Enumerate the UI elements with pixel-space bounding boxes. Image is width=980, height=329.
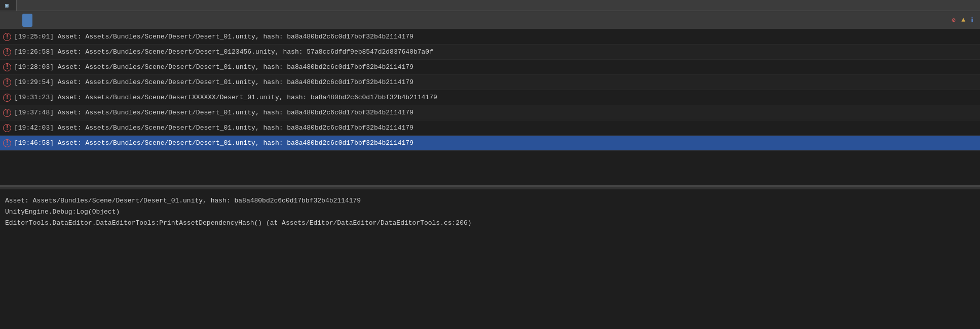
error-log-icon: ! [3, 33, 11, 41]
error-log-icon: ! [3, 63, 11, 71]
log-message: [19:28:03] Asset: Assets/Bundles/Scene/D… [14, 63, 413, 71]
detail-line: EditorTools.DataEditor.DataEditorTools:P… [5, 218, 975, 229]
restore-button[interactable] [966, 5, 971, 7]
console-icon: ▣ [5, 2, 9, 9]
close-button[interactable] [973, 5, 978, 7]
table-row[interactable]: ![19:31:23] Asset: Assets/Bundles/Scene/… [0, 90, 980, 105]
table-row[interactable]: ![19:29:54] Asset: Assets/Bundles/Scene/… [0, 75, 980, 90]
window-controls [959, 5, 980, 7]
warning-icon: ▲ [961, 16, 965, 24]
table-row[interactable]: ![19:28:03] Asset: Assets/Bundles/Scene/… [0, 60, 980, 75]
detail-line: UnityEngine.Debug:Log(Object) [5, 207, 975, 218]
log-message: [19:25:01] Asset: Assets/Bundles/Scene/D… [14, 33, 413, 40]
warning-badge[interactable]: ▲ [961, 16, 967, 24]
log-message: [19:46:58] Asset: Assets/Bundles/Scene/D… [14, 139, 413, 147]
error-log-icon: ! [3, 94, 11, 102]
error-icon: ⊘ [952, 16, 956, 24]
clear-button[interactable] [2, 14, 12, 27]
log-message: [19:31:23] Asset: Assets/Bundles/Scene/D… [14, 94, 437, 101]
log-message: [19:42:03] Asset: Assets/Bundles/Scene/D… [14, 124, 413, 132]
table-row[interactable]: ![19:25:01] Asset: Assets/Bundles/Scene/… [0, 29, 980, 45]
error-log-icon: ! [3, 109, 11, 117]
collapse-button[interactable] [12, 14, 22, 27]
table-row[interactable]: ![19:26:58] Asset: Assets/Bundles/Scene/… [0, 45, 980, 60]
log-message: [19:26:58] Asset: Assets/Bundles/Scene/D… [14, 48, 433, 56]
toolbar-right: ⊘ ▲ ℹ [952, 16, 978, 24]
detail-line: Asset: Assets/Bundles/Scene/Desert/Deser… [5, 195, 975, 207]
clear-on-play-button[interactable] [22, 14, 32, 27]
console-tab[interactable]: ▣ [0, 0, 17, 11]
info-icon: ℹ [971, 16, 973, 24]
log-message: [19:29:54] Asset: Assets/Bundles/Scene/D… [14, 78, 413, 86]
info-badge[interactable]: ℹ [971, 16, 975, 24]
table-row[interactable]: ![19:46:58] Asset: Assets/Bundles/Scene/… [0, 136, 980, 151]
table-row[interactable]: ![19:42:03] Asset: Assets/Bundles/Scene/… [0, 120, 980, 136]
log-area[interactable]: ![19:25:01] Asset: Assets/Bundles/Scene/… [0, 29, 980, 186]
editor-button[interactable] [43, 14, 54, 27]
table-row[interactable]: ![19:37:48] Asset: Assets/Bundles/Scene/… [0, 105, 980, 120]
error-log-icon: ! [3, 139, 11, 147]
error-log-icon: ! [3, 48, 11, 56]
error-badge[interactable]: ⊘ [952, 16, 957, 24]
title-bar: ▣ [0, 0, 980, 11]
error-log-icon: ! [3, 78, 11, 87]
minimize-button[interactable] [959, 5, 964, 7]
toolbar: ⊘ ▲ ℹ [0, 11, 980, 29]
error-pause-button[interactable] [32, 14, 43, 27]
detail-area: Asset: Assets/Bundles/Scene/Desert/Deser… [0, 189, 980, 329]
error-log-icon: ! [3, 124, 11, 132]
log-message: [19:37:48] Asset: Assets/Bundles/Scene/D… [14, 109, 413, 116]
